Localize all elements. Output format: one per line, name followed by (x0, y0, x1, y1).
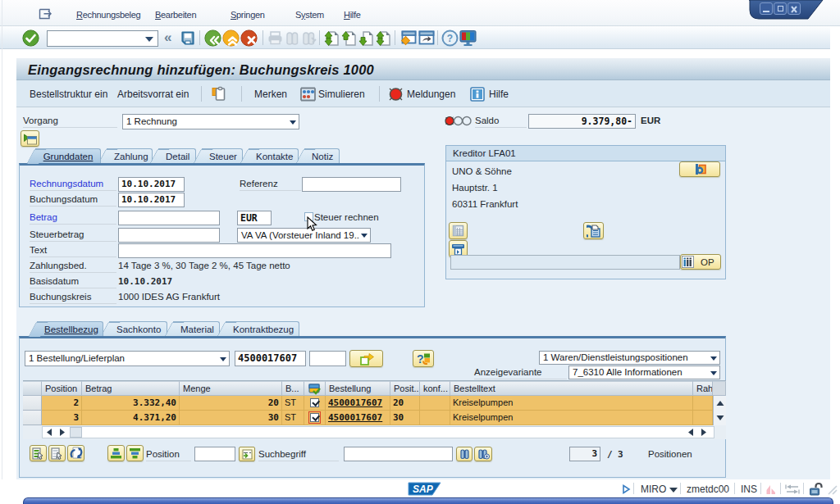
position-goto-button[interactable] (239, 447, 255, 461)
cell-position[interactable]: 3 (42, 411, 82, 425)
bestellstruktur-button[interactable]: Bestellstruktur ein (30, 89, 107, 100)
row-ok-checkbox-focused[interactable] (310, 413, 319, 422)
cell-position[interactable]: 2 (42, 396, 82, 411)
scroll-right-icon[interactable] (701, 429, 706, 436)
page-up-icon[interactable] (341, 30, 356, 47)
transaction-dropdown-icon[interactable] (669, 488, 678, 493)
vendor-detail-button[interactable] (679, 161, 720, 177)
info-icon[interactable] (470, 87, 485, 102)
scroll-left-icon[interactable] (688, 429, 693, 436)
last-page-icon[interactable] (376, 30, 390, 47)
vendor-search-field[interactable] (450, 255, 680, 270)
simulieren-button[interactable]: Simulieren (318, 89, 365, 100)
refresh-button[interactable] (67, 445, 84, 461)
adopt-button[interactable] (349, 350, 383, 367)
new-session-icon[interactable] (399, 30, 417, 46)
arbeitsvorrat-button[interactable]: Arbeitsvorrat ein (117, 89, 189, 100)
meldungen-icon[interactable] (388, 87, 404, 102)
merken-button[interactable]: Merken (254, 89, 287, 100)
steuerkennzeichen-select[interactable]: VA VA (Vorsteuer Inland 19.. (237, 228, 371, 243)
minimize-button[interactable] (760, 2, 773, 15)
phone-button[interactable] (583, 222, 604, 239)
menu-system[interactable]: System (295, 10, 324, 20)
system-menu-icon[interactable] (39, 7, 54, 20)
tab-kontakte[interactable]: Kontakte (249, 148, 299, 163)
scroll-left-icon[interactable] (47, 429, 52, 436)
menu-springen[interactable]: Springen (231, 10, 265, 20)
hide-command-field-icon[interactable]: « (164, 30, 171, 46)
vorgang-select[interactable]: 1 Rechnung (122, 114, 299, 129)
transaction-code[interactable]: MIRO (641, 484, 666, 495)
exit-icon[interactable] (222, 30, 240, 47)
command-field[interactable] (47, 30, 158, 47)
cancel-icon[interactable] (240, 30, 258, 47)
tab-kontraktbezug[interactable]: Kontraktbezug (226, 321, 299, 336)
search-next-button[interactable] (474, 447, 492, 461)
page-down-icon[interactable] (358, 30, 373, 47)
cell-text[interactable]: Kreiselpumpen (450, 411, 693, 425)
item-filter-select[interactable]: 1 Waren/Dienstleistungspositionen (539, 351, 720, 365)
row-selector[interactable] (23, 396, 42, 411)
cell-menge[interactable]: 30 (180, 411, 282, 425)
referenz-field[interactable] (302, 177, 401, 192)
first-page-icon[interactable] (324, 30, 339, 47)
ref-doc-type-select[interactable]: 1 Bestellung/Lieferplan (25, 351, 230, 366)
tab-grunddaten[interactable]: Grunddaten (35, 148, 101, 163)
cell-bestellung[interactable]: 4500017607 (326, 396, 390, 411)
rechnungsdatum-field[interactable]: 10.10.2017 (118, 177, 185, 192)
anzeigevariante-select[interactable]: 7_6310 Alle Informationen (568, 366, 720, 379)
cell-unit[interactable]: ST (282, 396, 304, 411)
cell-rahmen[interactable] (693, 411, 713, 425)
account-display-button[interactable] (449, 222, 468, 239)
meldungen-button[interactable]: Meldungen (407, 89, 455, 100)
cell-konf[interactable] (420, 396, 450, 411)
maximize-button[interactable] (774, 2, 787, 15)
col-position[interactable]: Position (42, 381, 82, 396)
scroll-up-icon[interactable] (717, 401, 724, 406)
shortcut-icon[interactable] (418, 30, 435, 46)
col-rahmen[interactable]: Rah (693, 381, 713, 396)
po-link[interactable]: 4500017607 (328, 397, 382, 408)
cell-rahmen[interactable] (693, 396, 713, 411)
col-select-all[interactable] (23, 381, 42, 396)
sort-descending-button[interactable] (126, 445, 144, 461)
search-button[interactable] (456, 447, 472, 461)
cell-menge[interactable]: 20 (180, 396, 282, 411)
text-field[interactable] (118, 243, 391, 258)
table-hscrollbar[interactable] (23, 425, 726, 439)
po-item-field[interactable] (309, 351, 346, 366)
col-bestelltext[interactable]: Bestelltext (450, 381, 693, 396)
col-beinh[interactable]: B... (282, 381, 304, 396)
tab-sachkonto[interactable]: Sachkonto (109, 321, 167, 336)
park-icon[interactable] (211, 86, 227, 102)
row-selector[interactable] (23, 411, 42, 425)
po-link[interactable]: 4500017607 (328, 412, 382, 423)
cell-betrag[interactable]: 3.332,40 (82, 396, 180, 411)
cell-text[interactable]: Kreiselpumpen (450, 396, 693, 411)
customize-icon[interactable] (459, 30, 477, 47)
menu-rechnungsbeleg[interactable]: Rechnungsbeleg (76, 10, 140, 20)
menu-bearbeiten[interactable]: Bearbeiten (155, 10, 196, 20)
cell-unit[interactable]: ST (282, 411, 304, 425)
cell-ok[interactable] (304, 411, 326, 425)
cell-betrag[interactable]: 4.371,20 (82, 411, 180, 425)
insert-mode[interactable]: INS (741, 484, 757, 495)
po-unknown-button[interactable]: ? (413, 350, 434, 367)
col-bestellung[interactable]: Bestellung (326, 381, 390, 396)
simulate-icon[interactable] (299, 87, 317, 102)
cell-pos[interactable]: 30 (390, 411, 420, 425)
tab-steuer[interactable]: Steuer (202, 148, 243, 163)
col-ok[interactable] (304, 381, 326, 396)
hilfe-button[interactable]: Hilfe (489, 89, 509, 100)
enter-icon[interactable] (22, 30, 39, 47)
tab-bestellbezug[interactable]: Bestellbezug (37, 321, 103, 336)
tab-zahlung[interactable]: Zahlung (107, 148, 153, 163)
hscroll-thumb[interactable] (70, 427, 82, 438)
col-menge[interactable]: Menge (180, 381, 282, 396)
po-structure-icon[interactable] (21, 130, 39, 147)
performance-icon[interactable] (622, 484, 631, 494)
row-ok-checkbox[interactable] (310, 398, 319, 407)
scroll-right-icon[interactable] (60, 429, 65, 436)
resize-grip[interactable] (827, 484, 838, 496)
position-field[interactable] (194, 447, 235, 461)
